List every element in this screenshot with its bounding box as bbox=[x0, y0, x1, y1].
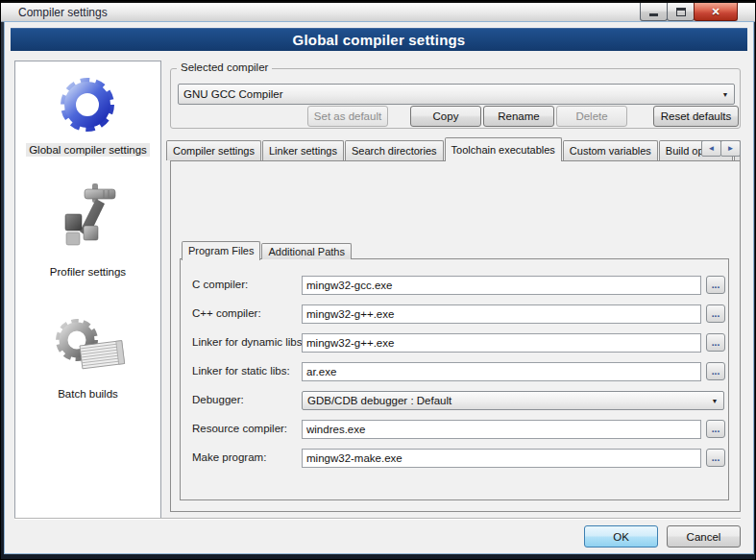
minimize-button[interactable] bbox=[640, 3, 668, 21]
maximize-icon bbox=[676, 8, 686, 16]
make-program-browse-button[interactable]: ... bbox=[706, 449, 725, 467]
gear-blue-icon bbox=[54, 73, 121, 136]
dynamic-linker-label: Linker for dynamic libs: bbox=[192, 336, 305, 348]
ok-button[interactable]: OK bbox=[584, 525, 658, 548]
close-icon: ✕ bbox=[711, 4, 719, 20]
tabstrip: Compiler settings Linker settings Search… bbox=[166, 138, 742, 160]
sidebar-item-global-compiler-settings[interactable]: Global compiler settings bbox=[26, 73, 150, 157]
footer-divider bbox=[14, 518, 741, 520]
program-files-panel: C compiler: ... C++ compiler: ... Linker… bbox=[180, 258, 729, 500]
gear-batch-icon bbox=[48, 313, 129, 380]
debugger-value: GDB/CDB debugger : Default bbox=[303, 395, 706, 406]
copy-button[interactable]: Copy bbox=[410, 106, 481, 127]
delete-button[interactable]: Delete bbox=[556, 106, 627, 127]
rename-button[interactable]: Rename bbox=[483, 106, 554, 127]
c-compiler-label: C compiler: bbox=[192, 279, 248, 290]
sidebar: Global compiler settings bbox=[14, 61, 161, 519]
make-program-label: Make program: bbox=[192, 451, 266, 463]
tab-scroll-left-icon[interactable]: ◄ bbox=[701, 140, 721, 157]
selected-compiler-value: GNU GCC Compiler bbox=[179, 88, 717, 100]
tab-custom-variables[interactable]: Custom variables bbox=[563, 140, 658, 160]
dialog-header: Global compiler settings bbox=[11, 28, 747, 51]
tab-compiler-settings[interactable]: Compiler settings bbox=[166, 140, 261, 160]
sidebar-item-label: Profiler settings bbox=[47, 265, 129, 279]
debugger-label: Debugger: bbox=[192, 394, 244, 405]
reset-defaults-button[interactable]: Reset defaults bbox=[653, 106, 739, 127]
static-linker-label: Linker for static libs: bbox=[192, 365, 290, 377]
caliper-icon bbox=[54, 182, 121, 258]
selected-compiler-dropdown[interactable]: GNU GCC Compiler ▼ bbox=[178, 84, 735, 105]
chevron-down-icon: ▼ bbox=[717, 91, 734, 98]
dynamic-linker-input[interactable] bbox=[302, 333, 701, 353]
titlebar[interactable]: Compiler settings ✕ bbox=[1, 1, 755, 22]
dialog-header-title: Global compiler settings bbox=[293, 32, 466, 48]
tab-toolchain-executables[interactable]: Toolchain executables bbox=[445, 137, 562, 161]
set-as-default-button[interactable]: Set as default bbox=[307, 106, 388, 127]
cancel-button[interactable]: Cancel bbox=[667, 525, 741, 548]
minimize-icon bbox=[649, 13, 658, 16]
window-controls: ✕ bbox=[641, 3, 738, 21]
debugger-dropdown[interactable]: GDB/CDB debugger : Default ▼ bbox=[302, 391, 724, 410]
dialog-body: Global compiler settings Global compiler… bbox=[5, 22, 753, 553]
maximize-button[interactable] bbox=[667, 3, 695, 21]
subtab-program-files[interactable]: Program Files bbox=[182, 241, 260, 260]
resource-compiler-label: Resource compiler: bbox=[192, 423, 287, 434]
resource-compiler-browse-button[interactable]: ... bbox=[706, 420, 725, 438]
cpp-compiler-label: C++ compiler: bbox=[192, 307, 261, 319]
subtabstrip: Program Files Additional Paths bbox=[182, 241, 353, 259]
cpp-compiler-input[interactable] bbox=[302, 304, 701, 324]
window-title: Compiler settings bbox=[18, 6, 108, 19]
tab-scroll-buttons: ◄ ► bbox=[702, 140, 741, 157]
make-program-input[interactable] bbox=[302, 449, 701, 468]
dynamic-linker-browse-button[interactable]: ... bbox=[706, 333, 725, 352]
c-compiler-browse-button[interactable]: ... bbox=[706, 276, 725, 294]
chevron-down-icon: ▼ bbox=[706, 398, 723, 404]
c-compiler-input[interactable] bbox=[302, 276, 701, 295]
tab-linker-settings[interactable]: Linker settings bbox=[262, 140, 344, 160]
sidebar-item-label: Global compiler settings bbox=[26, 143, 150, 157]
resource-compiler-input[interactable] bbox=[302, 420, 701, 439]
static-linker-input[interactable] bbox=[302, 362, 701, 381]
subtab-additional-paths[interactable]: Additional Paths bbox=[261, 243, 352, 259]
tab-search-directories[interactable]: Search directories bbox=[345, 140, 444, 160]
tab-scroll-right-icon[interactable]: ► bbox=[720, 140, 741, 157]
compiler-settings-window: Compiler settings ✕ Global compiler sett… bbox=[0, 0, 756, 560]
cpp-compiler-browse-button[interactable]: ... bbox=[706, 304, 725, 323]
selected-compiler-group-label: Selected compiler bbox=[177, 61, 272, 73]
selected-compiler-group: Selected compiler GNU GCC Compiler ▼ Set… bbox=[170, 68, 741, 129]
static-linker-browse-button[interactable]: ... bbox=[706, 362, 725, 380]
close-button[interactable]: ✕ bbox=[694, 3, 738, 21]
sidebar-item-batch-builds[interactable]: Batch builds bbox=[48, 313, 129, 401]
sidebar-item-profiler-settings[interactable]: Profiler settings bbox=[47, 182, 129, 279]
sidebar-item-label: Batch builds bbox=[55, 387, 121, 401]
